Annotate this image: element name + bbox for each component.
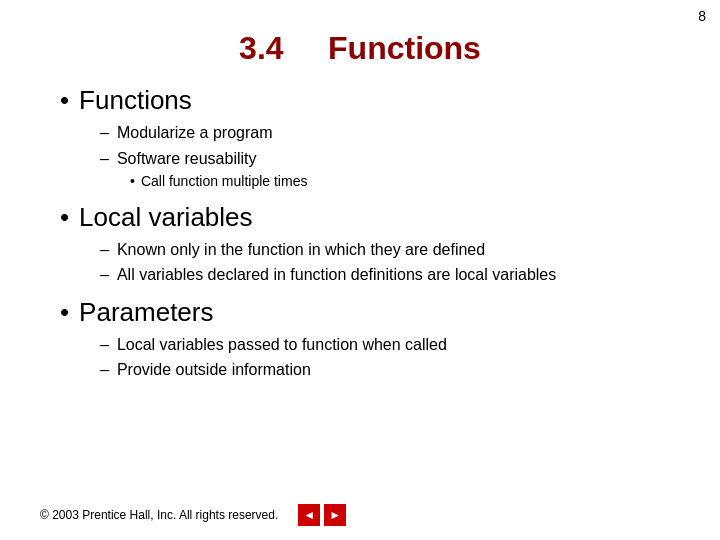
- dash-4: –: [100, 264, 109, 286]
- slide-title: 3.4 Functions: [40, 30, 680, 67]
- bullet-marker-2: •: [60, 202, 69, 233]
- slide-content: • Functions – Modularize a program – Sof…: [40, 85, 680, 382]
- functions-heading: Functions: [79, 85, 192, 116]
- slide-footer: © 2003 Prentice Hall, Inc. All rights re…: [0, 504, 720, 526]
- reusability-text: Software reusability: [117, 148, 257, 170]
- page-number: 8: [698, 8, 706, 24]
- local-vars-passed-text: Local variables passed to function when …: [117, 334, 447, 356]
- nav-prev-icon: ◄: [303, 509, 315, 521]
- title-number: 3.4: [239, 30, 283, 66]
- dash-6: –: [100, 359, 109, 381]
- sub-item-all-vars: – All variables declared in function def…: [100, 264, 680, 286]
- all-vars-text: All variables declared in function defin…: [117, 264, 556, 286]
- provide-outside-text: Provide outside information: [117, 359, 311, 381]
- section-functions: • Functions – Modularize a program – Sof…: [60, 85, 680, 192]
- nav-next-icon: ►: [329, 509, 341, 521]
- sub-sub-item-call: • Call function multiple times: [130, 172, 680, 192]
- modularize-text: Modularize a program: [117, 122, 273, 144]
- local-vars-heading: Local variables: [79, 202, 252, 233]
- section-parameters: • Parameters – Local variables passed to…: [60, 297, 680, 382]
- dash-3: –: [100, 239, 109, 261]
- bullet-functions: • Functions: [60, 85, 680, 116]
- nav-buttons: ◄ ►: [298, 504, 346, 526]
- parameters-heading: Parameters: [79, 297, 213, 328]
- sub-item-reusability: – Software reusability: [100, 148, 680, 170]
- sub-item-provide-outside: – Provide outside information: [100, 359, 680, 381]
- sub-item-local-vars-passed: – Local variables passed to function whe…: [100, 334, 680, 356]
- nav-next-button[interactable]: ►: [324, 504, 346, 526]
- title-text: Functions: [328, 30, 481, 66]
- dash-1: –: [100, 122, 109, 144]
- bullet-local-vars: • Local variables: [60, 202, 680, 233]
- sub-item-modularize: – Modularize a program: [100, 122, 680, 144]
- known-only-text: Known only in the function in which they…: [117, 239, 485, 261]
- section-local-vars: • Local variables – Known only in the fu…: [60, 202, 680, 287]
- dash-5: –: [100, 334, 109, 356]
- bullet-marker-3: •: [60, 297, 69, 328]
- call-text: Call function multiple times: [141, 172, 308, 192]
- sub-item-known-only: – Known only in the function in which th…: [100, 239, 680, 261]
- dot-1: •: [130, 172, 135, 192]
- slide: 8 3.4 Functions • Functions – Modularize…: [0, 0, 720, 540]
- copyright-text: © 2003 Prentice Hall, Inc. All rights re…: [40, 508, 278, 522]
- bullet-marker-1: •: [60, 85, 69, 116]
- bullet-parameters: • Parameters: [60, 297, 680, 328]
- nav-prev-button[interactable]: ◄: [298, 504, 320, 526]
- dash-2: –: [100, 148, 109, 170]
